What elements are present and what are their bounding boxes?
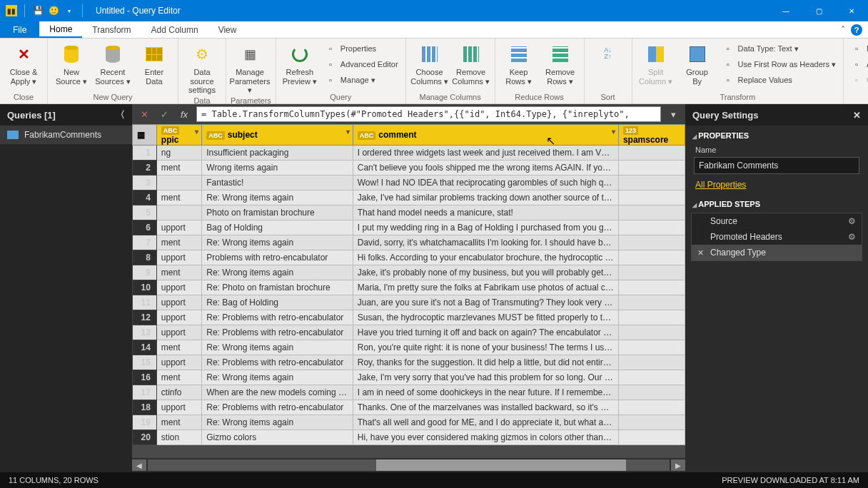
tab-view[interactable]: View [208, 21, 247, 38]
cell-subject[interactable]: Bag of Holding [202, 220, 353, 235]
cell-subject[interactable]: Photo on framistan brochure [202, 205, 353, 220]
cell-subject[interactable]: Gizmo colors [202, 430, 353, 445]
close-apply-button[interactable]: ✕Close &Apply ▾ [4, 40, 43, 86]
smiley-icon[interactable]: 🙂 [48, 5, 59, 16]
manage-button[interactable]: ▫Manage ▾ [322, 73, 401, 87]
cell-topic[interactable]: upport [156, 325, 201, 340]
query-name-input[interactable] [694, 157, 859, 174]
cell-spamscore[interactable] [618, 310, 685, 325]
cell-topic[interactable]: stion [156, 430, 201, 445]
cell-topic[interactable]: ment [156, 161, 201, 176]
table-row[interactable]: 5Photo on framistan brochureThat hand mo… [133, 205, 685, 220]
cell-spamscore[interactable] [618, 176, 685, 190]
combine-files-button[interactable]: ▫Combine Files [848, 73, 868, 87]
cell-spamscore[interactable] [618, 190, 685, 205]
gear-icon[interactable]: ⚙ [848, 232, 856, 242]
data-type-button[interactable]: ▫Data Type: Text ▾ [720, 41, 839, 56]
keep-rows-button[interactable]: KeepRows ▾ [500, 40, 538, 86]
table-row[interactable]: 6upportBag of HoldingI put my wedding ri… [133, 220, 685, 235]
cell-subject[interactable]: Fantastic! [202, 176, 353, 190]
query-item[interactable]: FabrikamComments [0, 126, 132, 144]
gear-icon[interactable]: ⚙ [848, 216, 856, 226]
cell-comment[interactable]: I ordered three widgets last week and ju… [353, 146, 618, 161]
data-source-settings-button[interactable]: ⚙Data sourcesettings [183, 40, 221, 95]
cell-comment[interactable]: Juan, are you sure it's not a Bag of Tra… [353, 295, 618, 310]
tab-file[interactable]: File [0, 21, 39, 38]
cell-comment[interactable]: Jake, I'm very sorry that you've had thi… [353, 370, 618, 385]
cell-topic[interactable] [156, 176, 201, 190]
cell-spamscore[interactable] [618, 161, 685, 176]
cell-subject[interactable]: Re: Wrong items again [202, 235, 353, 250]
close-settings-icon[interactable]: ✕ [853, 110, 861, 121]
cell-topic[interactable]: upport [156, 295, 201, 310]
table-row[interactable]: 12upportRe: Problems with retro-encabula… [133, 310, 685, 325]
cell-topic[interactable]: ment [156, 265, 201, 280]
cell-comment[interactable]: Susan, the hydrocoptic marzlevanes MUST … [353, 310, 618, 325]
applied-step[interactable]: Promoted Headers⚙ [692, 229, 862, 245]
tab-transform[interactable]: Transform [82, 21, 141, 38]
table-row[interactable]: 14mentRe: Wrong items againRon, you're q… [133, 340, 685, 355]
tab-add-column[interactable]: Add Column [141, 21, 208, 38]
cell-comment[interactable]: Hi, have you ever considered making gizm… [353, 430, 618, 445]
cell-comment[interactable]: Ron, you're quite right: it is none of y… [353, 340, 618, 355]
cell-spamscore[interactable] [618, 205, 685, 220]
cell-spamscore[interactable] [618, 235, 685, 250]
collapse-ribbon-icon[interactable]: ˄ [841, 25, 845, 35]
cell-spamscore[interactable] [618, 355, 685, 370]
cell-topic[interactable]: upport [156, 355, 201, 370]
table-row[interactable]: 4mentRe: Wrong items againJake, I've had… [133, 190, 685, 205]
cell-spamscore[interactable] [618, 220, 685, 235]
qat-dropdown-icon[interactable]: ▾ [64, 5, 75, 16]
cell-comment[interactable]: Thanks. One of the marzelvanes was insta… [353, 400, 618, 415]
cell-topic[interactable]: upport [156, 280, 201, 295]
table-row[interactable]: 1ngInsufficient packagingI ordered three… [133, 146, 685, 161]
delete-step-icon[interactable]: ✕ [697, 248, 706, 258]
cell-spamscore[interactable] [618, 280, 685, 295]
cell-subject[interactable]: Re: Wrong items again [202, 265, 353, 280]
replace-values-button[interactable]: ▫Replace Values [720, 73, 839, 87]
cell-subject[interactable]: Insufficient packaging [202, 146, 353, 161]
cell-subject[interactable]: Re: Wrong items again [202, 190, 353, 205]
remove-columns-button[interactable]: RemoveColumns ▾ [452, 40, 490, 86]
cell-spamscore[interactable] [618, 400, 685, 415]
commit-formula-icon[interactable]: ✓ [156, 106, 172, 122]
save-icon[interactable]: 💾 [32, 5, 44, 16]
cell-topic[interactable]: ment [156, 190, 201, 205]
cell-comment[interactable]: Hi folks. According to your encabulator … [353, 250, 618, 265]
cell-subject[interactable]: Wrong items again [202, 161, 353, 176]
merge-queries-button[interactable]: ▫Merge Queries ▾ [848, 41, 868, 56]
remove-rows-button[interactable]: RemoveRows ▾ [541, 40, 580, 86]
cell-spamscore[interactable] [618, 325, 685, 340]
table-row[interactable]: 20stionGizmo colorsHi, have you ever con… [133, 430, 685, 445]
cell-topic[interactable]: ment [156, 340, 201, 355]
column-header-comment[interactable]: ABCcomment▾ [353, 125, 618, 146]
cell-topic[interactable]: upport [156, 310, 201, 325]
cell-topic[interactable]: upport [156, 250, 201, 265]
column-header-spamscore[interactable]: 123spamscore [618, 125, 685, 146]
cell-topic[interactable]: ment [156, 235, 201, 250]
table-row[interactable]: 11upportRe: Bag of HoldingJuan, are you … [133, 295, 685, 310]
cell-comment[interactable]: Maria, I'm pretty sure the folks at Fabr… [353, 280, 618, 295]
cell-comment[interactable]: That's all well and good for ME, and I d… [353, 415, 618, 430]
all-properties-link[interactable]: All Properties [685, 176, 868, 194]
cell-spamscore[interactable] [618, 385, 685, 400]
append-queries-button[interactable]: ▫Append Queries ▾ [848, 57, 868, 71]
column-header-subject[interactable]: ABCsubject▾ [202, 125, 353, 146]
cell-spamscore[interactable] [618, 415, 685, 430]
cell-topic[interactable]: ng [156, 146, 201, 161]
cell-topic[interactable]: ment [156, 415, 201, 430]
scroll-left-icon[interactable]: ◀ [132, 459, 146, 471]
new-source-button[interactable]: NewSource ▾ [52, 40, 91, 86]
cell-comment[interactable]: Jake, it's probably none of my business,… [353, 265, 618, 280]
cell-comment[interactable]: Roy, thanks for the suggestion. It did h… [353, 355, 618, 370]
cell-comment[interactable]: Wow! I had NO IDEA that reciprocating ga… [353, 176, 618, 190]
advanced-editor-button[interactable]: ▫Advanced Editor [322, 57, 401, 71]
table-row[interactable]: 15upportRe: Problems with retro-encabula… [133, 355, 685, 370]
cell-comment[interactable]: Have you tried turning it off and back o… [353, 325, 618, 340]
applied-step[interactable]: ✕Changed Type [692, 245, 862, 260]
collapse-queries-icon[interactable]: 〈 [116, 108, 125, 121]
table-row[interactable]: 19mentRe: Wrong items againThat's all we… [133, 415, 685, 430]
cell-subject[interactable]: Re: Wrong items again [202, 415, 353, 430]
maximize-button[interactable]: ▢ [802, 0, 835, 21]
fx-icon[interactable]: fx [176, 106, 192, 122]
